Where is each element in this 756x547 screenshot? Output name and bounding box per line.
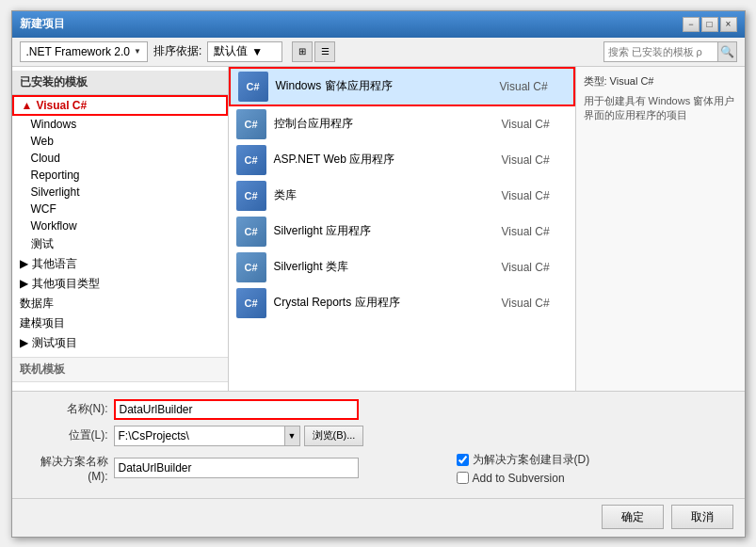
sidebar-item-other-lang[interactable]: ▶ 其他语言 xyxy=(12,254,228,274)
framework-selector: .NET Framework 2.0 ▼ xyxy=(20,41,148,62)
template-item-crystal[interactable]: C# Crystal Reports 应用程序 Visual C# xyxy=(229,285,575,321)
template-icon-console: C# xyxy=(236,109,266,139)
template-list: C# Windows 窗体应用程序 Visual C# C# 控制台应用程序 V… xyxy=(229,67,575,391)
template-icon-crystal: C# xyxy=(236,288,266,318)
subversion-label: Add to Subversion xyxy=(473,472,565,485)
main-window: 新建项目 － □ × .NET Framework 2.0 ▼ 排序依据: 默认… xyxy=(11,10,746,538)
location-input[interactable] xyxy=(115,426,284,445)
expand-icon: ▶ xyxy=(20,277,28,290)
expand-icon: ▶ xyxy=(20,336,28,349)
create-dir-label: 为解决方案创建目录(D) xyxy=(473,452,590,468)
template-name-silverlight-lib: Silverlight 类库 xyxy=(274,259,502,275)
sidebar-item-windows[interactable]: Windows xyxy=(12,116,228,133)
toolbar: .NET Framework 2.0 ▼ 排序依据: 默认值 ▼ ⊞ ☰ 🔍 xyxy=(12,38,745,67)
close-button[interactable]: × xyxy=(720,17,737,32)
list-view-button[interactable]: ☰ xyxy=(314,41,335,62)
info-type: 类型: Visual C# xyxy=(584,74,737,88)
template-item-silverlight-app[interactable]: C# Silverlight 应用程序 Visual C# xyxy=(229,214,575,249)
sort-value: 默认值 xyxy=(214,43,248,59)
right-panel: C# Windows 窗体应用程序 Visual C# C# 控制台应用程序 V… xyxy=(229,67,745,391)
subversion-row: Add to Subversion xyxy=(457,472,590,485)
template-icon-classlib: C# xyxy=(236,181,266,211)
checkboxes: 为解决方案创建目录(D) Add to Subversion xyxy=(457,452,590,485)
template-icon-winforms: C# xyxy=(238,72,268,102)
template-name-winforms: Windows 窗体应用程序 xyxy=(276,78,500,94)
search-button[interactable]: 🔍 xyxy=(717,42,736,61)
template-name-classlib: 类库 xyxy=(274,187,502,203)
browse-button[interactable]: 浏览(B)... xyxy=(304,426,364,446)
create-dir-checkbox[interactable] xyxy=(457,454,469,466)
title-bar: 新建项目 － □ × xyxy=(12,11,745,38)
sidebar-item-web[interactable]: Web xyxy=(12,133,228,150)
name-label: 名称(N): xyxy=(24,401,108,417)
sort-arrow: ▼ xyxy=(251,45,263,58)
framework-label: .NET Framework 2.0 xyxy=(26,45,130,58)
search-input[interactable] xyxy=(604,44,717,59)
template-item-aspnet[interactable]: C# ASP.NET Web 应用程序 Visual C# xyxy=(229,142,575,178)
template-icon-silverlight-lib: C# xyxy=(236,252,266,282)
framework-arrow: ▼ xyxy=(134,47,141,56)
template-lang-winforms: Visual C# xyxy=(500,80,566,93)
template-lang-silverlight-app: Visual C# xyxy=(502,225,568,238)
view-icons: ⊞ ☰ xyxy=(292,41,335,62)
template-lang-silverlight-lib: Visual C# xyxy=(502,261,568,274)
cancel-button[interactable]: 取消 xyxy=(671,505,733,529)
sidebar-item-test[interactable]: 测试 xyxy=(12,234,228,254)
sidebar-item-reporting[interactable]: Reporting xyxy=(12,167,228,184)
template-item-console[interactable]: C# 控制台应用程序 Visual C# xyxy=(229,106,575,142)
template-lang-aspnet: Visual C# xyxy=(502,153,568,167)
name-row: 名称(N): xyxy=(24,399,733,420)
template-lang-crystal: Visual C# xyxy=(502,297,568,310)
template-icon-silverlight-app: C# xyxy=(236,217,266,247)
template-item-winforms[interactable]: C# Windows 窗体应用程序 Visual C# xyxy=(229,67,575,106)
sidebar-item-database[interactable]: 数据库 xyxy=(12,294,228,314)
expand-icon: ▶ xyxy=(20,257,28,270)
main-content: 已安装的模板 ▲ Visual C# Windows Web Cloud Rep… xyxy=(12,67,745,391)
grid-view-button[interactable]: ⊞ xyxy=(292,41,313,62)
sort-dropdown[interactable]: 默认值 ▼ xyxy=(207,41,282,62)
minimize-button[interactable]: － xyxy=(683,17,700,32)
sidebar-item-other-proj[interactable]: ▶ 其他项目类型 xyxy=(12,274,228,294)
sort-label: 排序依据: xyxy=(153,43,201,59)
solution-row: 解决方案名称(M): 为解决方案创建目录(D) Add to Subversio… xyxy=(24,452,733,485)
sidebar-item-workflow[interactable]: Workflow xyxy=(12,217,228,234)
location-label: 位置(L): xyxy=(24,427,108,443)
sidebar-item-model-proj[interactable]: 建模项目 xyxy=(12,314,228,333)
bottom-form: 名称(N): 位置(L): ▼ 浏览(B)... 解决方案名称(M): 为解决 xyxy=(12,391,745,498)
solution-input[interactable] xyxy=(114,458,359,478)
name-input[interactable] xyxy=(114,399,359,420)
info-description: 用于创建具有 Windows 窗体用户界面的应用程序的项目 xyxy=(584,94,737,123)
ok-button[interactable]: 确定 xyxy=(602,505,664,529)
subversion-checkbox[interactable] xyxy=(457,472,469,484)
template-name-silverlight-app: Silverlight 应用程序 xyxy=(274,223,502,239)
template-item-silverlight-lib[interactable]: C# Silverlight 类库 Visual C# xyxy=(229,249,575,285)
online-header: 联机模板 xyxy=(12,357,228,382)
create-dir-row: 为解决方案创建目录(D) xyxy=(457,452,590,468)
template-lang-classlib: Visual C# xyxy=(502,189,568,202)
solution-label: 解决方案名称(M): xyxy=(24,454,108,483)
template-name-aspnet: ASP.NET Web 应用程序 xyxy=(274,152,502,168)
sidebar-item-cloud[interactable]: Cloud xyxy=(12,150,228,167)
installed-header: 已安装的模板 xyxy=(12,71,228,95)
template-lang-console: Visual C# xyxy=(502,118,568,131)
maximize-button[interactable]: □ xyxy=(701,17,718,32)
search-box: 🔍 xyxy=(603,41,737,62)
window-title: 新建项目 xyxy=(20,16,65,32)
template-name-console: 控制台应用程序 xyxy=(274,116,502,132)
expand-icon: ▲ xyxy=(22,99,33,112)
sidebar-item-silverlight[interactable]: Silverlight xyxy=(12,184,228,201)
title-bar-buttons: － □ × xyxy=(683,17,737,32)
sidebar-item-visual-csharp[interactable]: ▲ Visual C# xyxy=(12,95,228,116)
left-panel: 已安装的模板 ▲ Visual C# Windows Web Cloud Rep… xyxy=(12,67,229,391)
template-icon-aspnet: C# xyxy=(236,145,266,175)
location-dropdown-arrow[interactable]: ▼ xyxy=(284,426,299,445)
sidebar-item-test-proj[interactable]: ▶ 测试项目 xyxy=(12,333,228,353)
bottom-buttons: 确定 取消 xyxy=(12,498,745,537)
info-panel: 类型: Visual C# 用于创建具有 Windows 窗体用户界面的应用程序… xyxy=(575,67,745,391)
framework-dropdown[interactable]: .NET Framework 2.0 ▼ xyxy=(20,41,148,62)
template-name-crystal: Crystal Reports 应用程序 xyxy=(274,295,502,311)
location-row: 位置(L): ▼ 浏览(B)... xyxy=(24,426,733,446)
sidebar-item-wcf[interactable]: WCF xyxy=(12,201,228,217)
template-item-classlib[interactable]: C# 类库 Visual C# xyxy=(229,178,575,214)
